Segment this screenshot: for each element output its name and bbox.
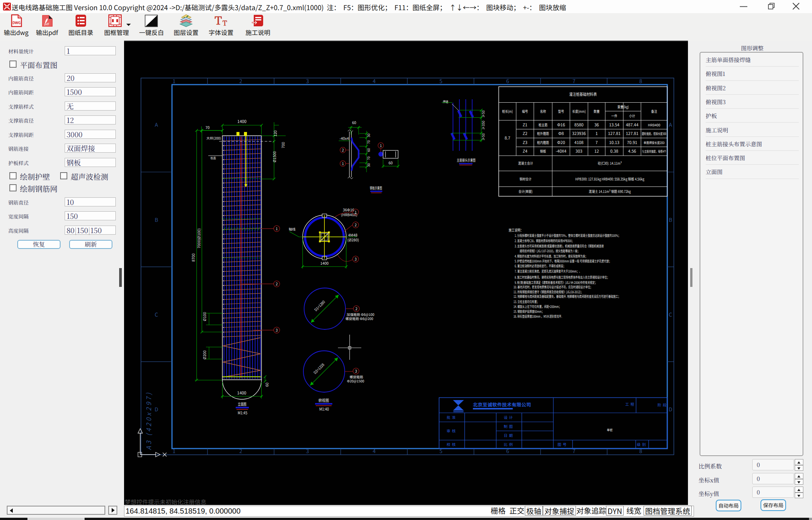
svg-text:2: 2 <box>342 147 344 153</box>
svg-text:323936: 323936 <box>572 130 586 136</box>
svg-text:批准: 批准 <box>447 414 457 420</box>
svg-text:Z2: Z2 <box>523 130 527 136</box>
svg-text:8.7: 8.7 <box>504 135 510 141</box>
svg-text:Ø1500: Ø1500 <box>271 151 277 162</box>
svg-text:桩长(m): 桩长(m) <box>502 109 513 114</box>
svg-text:工程: 工程 <box>625 401 636 407</box>
svg-text:俯视图: 俯视图 <box>318 397 329 403</box>
svg-text:5: 5 <box>439 77 442 85</box>
svg-text:36: 36 <box>594 121 599 127</box>
svg-text:桩外箍筋: 桩外箍筋 <box>537 131 549 136</box>
svg-text:-40X4: -40X4 <box>556 148 566 154</box>
svg-text:3: 3 <box>276 327 278 333</box>
svg-text:比例: 比例 <box>504 441 514 447</box>
svg-text:2: 2 <box>239 77 242 85</box>
svg-text:单面焊接长度20D: 单面焊接长度20D <box>644 140 665 145</box>
svg-text:HRB400: HRB400 <box>648 123 660 127</box>
svg-text:主筋接头示意图: 主筋接头示意图 <box>457 157 476 163</box>
svg-text:10. 基坑开挖时，若发现地质情况与设计描述不符，应及时通: 10. 基坑开挖时，若发现地质情况与设计描述不符，应及时通知设计单位； <box>514 284 592 289</box>
svg-text:70: 70 <box>366 156 371 160</box>
svg-text:桩主筋: 桩主筋 <box>539 122 548 127</box>
svg-text:7: 7 <box>573 447 576 455</box>
svg-text:编号: 编号 <box>522 109 528 114</box>
svg-text:Φ16: Φ16 <box>557 121 565 127</box>
svg-text:60: 60 <box>366 148 371 152</box>
svg-text:12: 12 <box>594 148 599 154</box>
svg-text:HPB300: 127.81kg HRB400: 55: HPB300: 127.81kg HRB400: 558.35kg 钢板 4.5… <box>575 176 644 181</box>
svg-text:5: 5 <box>439 447 442 455</box>
svg-text:螺旋箍筋 Φ8@200: 螺旋箍筋 Φ8@200 <box>345 316 373 321</box>
svg-text:大样(200): 大样(200) <box>206 136 221 141</box>
svg-text:1: 1 <box>173 77 176 85</box>
svg-text:30: 30 <box>366 163 371 167</box>
svg-text:级别: 级别 <box>637 441 647 447</box>
svg-text:2: 2 <box>276 281 278 287</box>
svg-text:C: C <box>155 311 158 318</box>
svg-text:制图: 制图 <box>504 423 514 429</box>
svg-text:≥350: ≥350 <box>481 121 486 130</box>
svg-text:487.44: 487.44 <box>626 121 639 127</box>
svg-text:数量: 数量 <box>594 109 600 114</box>
svg-text:Φ8: Φ8 <box>558 130 564 136</box>
svg-text:8: 8 <box>639 447 642 455</box>
svg-text:127.81: 127.81 <box>608 130 621 136</box>
svg-text:1400: 1400 <box>237 118 246 124</box>
svg-text:备注: 备注 <box>651 109 657 114</box>
svg-text:15. 钢筋保护层厚度60mm；: 15. 钢筋保护层厚度60mm； <box>514 309 544 314</box>
svg-text:60: 60 <box>388 160 393 165</box>
svg-text:14. 螺旋从上往下均匀布置，间距<200mm；: 14. 螺旋从上往下均匀布置，间距<200mm； <box>514 304 561 309</box>
svg-text:60: 60 <box>264 382 270 387</box>
svg-text:T: T <box>215 15 222 26</box>
svg-text:7. 灌注混凝土前应清底，泥浆孔底沉渣厚度不大于100mm: 7. 灌注混凝土前应清底，泥浆孔底沉渣厚度不大于100mm；、 <box>515 268 582 273</box>
svg-text:钢板: 钢板 <box>540 149 546 154</box>
svg-text:8. 施工时如遇临时情况，请将实际地质与施工现场地质条件有: 8. 施工时如遇临时情况，请将实际地质与施工现场地质条件有出入处立即通知设计单位… <box>515 274 609 279</box>
svg-text:M1:40: M1:40 <box>319 406 329 412</box>
svg-text:标高: 标高 <box>211 156 216 160</box>
svg-text:1: 1 <box>342 161 344 166</box>
svg-text:DWG: DWG <box>12 20 21 25</box>
svg-text:3: 3 <box>306 77 309 85</box>
svg-text:型号: 型号 <box>558 109 564 114</box>
svg-text:长度(mm): 长度(mm) <box>572 109 586 114</box>
svg-text:0.38: 0.38 <box>610 148 618 154</box>
svg-text:合计(单腿): 合计(单腿) <box>518 189 532 194</box>
svg-text:名称: 名称 <box>540 109 546 114</box>
svg-text:2. 混凝土标号C30，钢筋材质未标明的均采用HPB300: 2. 混凝土标号C30，钢筋材质未标明的均采用HPB300； <box>515 238 574 243</box>
svg-text:1: 1 <box>173 447 176 455</box>
svg-text:日期: 日期 <box>504 432 514 438</box>
svg-text:A: A <box>155 121 158 128</box>
svg-text:A3 (420x297): A3 (420x297) <box>144 393 153 450</box>
svg-text:127.81: 127.81 <box>626 130 639 136</box>
svg-text:≥50: ≥50 <box>481 111 486 118</box>
svg-text:pdf: pdf <box>44 22 49 26</box>
svg-text:D1=1280: D1=1280 <box>313 299 326 312</box>
svg-text:1: 1 <box>354 209 357 215</box>
svg-text:3: 3 <box>355 368 357 374</box>
svg-text:2: 2 <box>239 447 242 455</box>
svg-text:12. 地脚螺栓与底间距离及基础配置处，基础错开. 地脚螺: 12. 地脚螺栓与底间距离及基础配置处，基础错开. 地脚螺栓与底间距检查无误后方… <box>514 294 620 299</box>
svg-text:≥50: ≥50 <box>481 133 486 141</box>
svg-text:70: 70 <box>205 124 210 130</box>
svg-text:4: 4 <box>373 77 376 85</box>
svg-text:D2=1228: D2=1228 <box>312 362 325 375</box>
svg-text:设计: 设计 <box>504 414 514 420</box>
svg-text:7000(Ø100): 7000(Ø100) <box>196 228 201 248</box>
svg-text:灌注桩基础材料表: 灌注桩基础材料表 <box>569 91 597 97</box>
svg-text:1: 1 <box>380 143 382 148</box>
svg-text:Φ20: Φ20 <box>557 139 565 145</box>
svg-text:梦想控件提示未初始化注册信息: 梦想控件提示未初始化注册信息 <box>125 497 206 505</box>
svg-text:4108: 4108 <box>574 139 583 145</box>
svg-text:11. 所有钢筋焊接应遵守《钢筋焊接及验收规程》(JGJ1: 11. 所有钢筋焊接应遵守《钢筋焊接及验收规程》(JGJ18-2012)； <box>514 289 583 294</box>
svg-text:圆轮箍筋，搭接长度300: 圆轮箍筋，搭接长度300 <box>642 131 667 136</box>
svg-text:A: A <box>669 121 672 128</box>
svg-text:30: 30 <box>366 133 371 137</box>
svg-text:1. 分段拆模时混凝土强度不小于设计强度的70%，整体立模: 1. 分段拆模时混凝土强度不小于设计强度的70%，整体立模时混凝土强度应达到设计… <box>515 233 621 238</box>
svg-text:D: D <box>155 405 158 413</box>
svg-text:T: T <box>223 18 227 26</box>
svg-text:Z1: Z1 <box>523 121 527 127</box>
svg-text:2: 2 <box>355 306 358 311</box>
svg-text:2: 2 <box>354 222 357 227</box>
svg-text:Ø200: Ø200 <box>201 350 207 360</box>
svg-text:700: 700 <box>280 142 286 148</box>
svg-text:M1:45: M1:45 <box>238 409 247 415</box>
